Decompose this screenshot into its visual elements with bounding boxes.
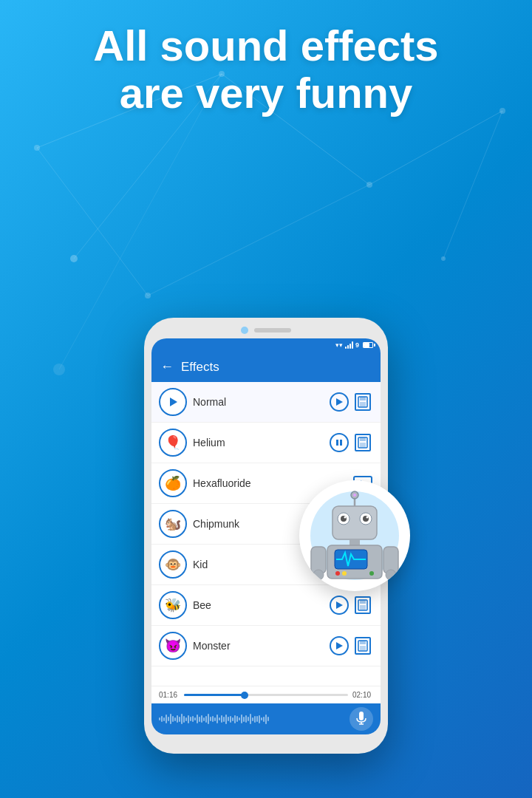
waveform-bar (230, 716, 231, 723)
save-icon (355, 393, 371, 411)
svg-point-52 (335, 571, 340, 576)
effect-icon-kid: 🐵 (159, 550, 187, 579)
save-button-helium[interactable] (352, 432, 373, 453)
svg-point-58 (386, 570, 396, 580)
pause-circle-icon (330, 433, 349, 452)
waveform-bar (254, 716, 256, 723)
waveform-bar (245, 715, 247, 723)
effect-item-monster[interactable]: 😈Monster (151, 626, 381, 666)
robot-svg (307, 488, 403, 584)
progress-fill (184, 694, 245, 696)
svg-rect-21 (340, 440, 342, 446)
waveform-bar (170, 714, 171, 724)
effect-icon-normal (159, 388, 187, 416)
waveform-bar (228, 717, 229, 721)
svg-point-12 (145, 293, 151, 299)
waveform-bar (199, 717, 200, 722)
signal-bars (345, 341, 353, 349)
waveform-bar (181, 714, 183, 724)
svg-rect-20 (336, 440, 338, 446)
save-button-normal[interactable] (352, 392, 373, 412)
signal-bar-1 (345, 347, 347, 349)
effect-item-helium[interactable]: 🎈Helium (151, 423, 381, 463)
phone-speaker (254, 328, 291, 332)
waveform-bar (214, 717, 216, 721)
waveform-bar (208, 714, 209, 724)
save-button-bee[interactable] (352, 595, 373, 615)
effect-name-normal: Normal (193, 396, 323, 408)
waveform-bar (219, 717, 220, 720)
save-icon (355, 596, 371, 614)
svg-point-54 (369, 571, 374, 576)
waveform-bar (234, 715, 236, 723)
waveform-bar (166, 715, 167, 723)
mic-button[interactable] (349, 707, 373, 731)
svg-line-2 (369, 111, 502, 185)
play-button-bee[interactable] (329, 595, 349, 615)
waveform-bar (201, 715, 202, 723)
status-icons: ▾▾ 9 (335, 341, 373, 349)
waveform-bar (174, 717, 176, 721)
back-button[interactable]: ← (160, 359, 174, 375)
play-circle-icon (330, 596, 349, 615)
waveform-bar (185, 717, 187, 721)
effect-icon-helium: 🎈 (159, 429, 187, 457)
waveform-bar (256, 716, 258, 722)
waveform-bar (265, 715, 267, 724)
play-circle-icon (330, 392, 349, 412)
waveform-bar (259, 715, 260, 723)
waveform-bar (183, 716, 185, 723)
phone-mockup: ▾▾ 9 ← Effects (144, 318, 388, 754)
effect-icon-chipmunk: 🐿️ (159, 510, 187, 538)
waveform-bar (225, 715, 227, 724)
waveform-bar (159, 717, 160, 720)
waveform-bar (239, 717, 240, 720)
play-button-normal[interactable] (329, 392, 349, 412)
pause-button-helium[interactable] (329, 432, 349, 453)
wifi-icon: ▾▾ (335, 341, 343, 349)
progress-row: 01:16 02:10 (159, 691, 373, 699)
svg-line-5 (148, 185, 369, 296)
waveform-area (159, 710, 349, 728)
save-icon (355, 434, 371, 451)
effect-name-monster: Monster (193, 640, 323, 652)
effect-actions-bee (329, 595, 373, 615)
robot-mascot (299, 480, 410, 591)
effect-item-normal[interactable]: Normal (151, 382, 381, 423)
svg-marker-29 (336, 601, 343, 609)
play-button-monster[interactable] (329, 635, 349, 656)
waveform-bar (188, 715, 189, 723)
play-circle-icon (330, 636, 349, 655)
waveform-bar (205, 716, 207, 723)
svg-point-14 (53, 364, 65, 375)
status-bar: ▾▾ 9 (151, 338, 381, 352)
save-button-monster[interactable] (352, 635, 373, 656)
svg-marker-32 (336, 642, 343, 649)
total-time: 02:10 (352, 691, 373, 699)
waveform-bar (172, 716, 174, 722)
svg-point-10 (366, 182, 372, 188)
svg-line-6 (443, 111, 502, 259)
mic-icon (355, 712, 367, 726)
waveform-bar (194, 717, 196, 720)
status-time: 9 (355, 341, 359, 349)
progress-thumb (241, 692, 248, 699)
waveform-bar (243, 717, 245, 722)
effect-actions-helium (329, 432, 373, 453)
waveform-bar (210, 717, 211, 721)
effect-icon-bee: 🐝 (159, 591, 187, 619)
effect-item-bee[interactable]: 🐝Bee (151, 585, 381, 626)
effect-name-bee: Bee (193, 599, 323, 611)
battery-icon (363, 342, 373, 348)
svg-rect-49 (349, 539, 360, 545)
svg-point-8 (34, 145, 40, 151)
waveform-bar (177, 715, 178, 723)
battery-fill (364, 343, 369, 347)
waveform-bar (203, 717, 205, 721)
app-bar-title: Effects (181, 360, 219, 375)
waveform-bar (250, 714, 251, 724)
waveform-bar (197, 715, 198, 723)
waveform-bar (263, 717, 265, 722)
progress-track[interactable] (184, 694, 348, 696)
effect-actions-monster (329, 635, 373, 656)
